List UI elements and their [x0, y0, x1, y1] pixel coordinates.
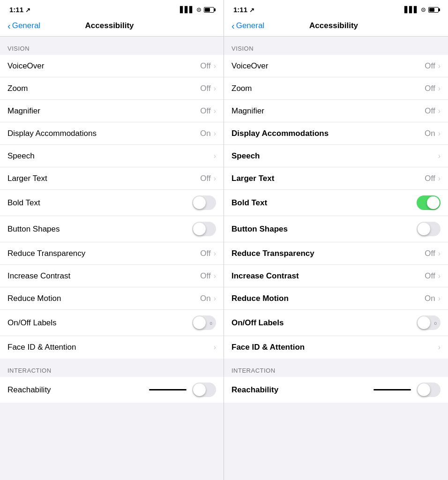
item-right: On›	[425, 294, 441, 303]
item-right	[192, 222, 216, 236]
item-right: Off›	[425, 84, 441, 93]
settings-item-display-accommodations[interactable]: Display AccommodationsOn›	[224, 122, 448, 145]
item-label: On/Off Labels	[7, 318, 192, 328]
chevron-left-icon: ‹	[231, 21, 235, 30]
settings-item-larger-text[interactable]: Larger TextOff›	[224, 167, 448, 190]
status-time: 1:11 ↗	[233, 6, 254, 14]
item-value: Off	[425, 61, 435, 71]
item-label: Reduce Motion	[231, 294, 425, 303]
item-label: Face ID & Attention	[7, 343, 213, 352]
chevron-right-icon: ›	[438, 62, 441, 70]
toggle-onoff-labels[interactable]: o	[417, 315, 441, 330]
toggle-switch[interactable]	[417, 222, 441, 236]
toggle-switch[interactable]	[417, 195, 441, 210]
settings-item-voiceover[interactable]: VoiceOverOff›	[224, 55, 448, 77]
nav-bar: ‹ General Accessibility	[0, 17, 224, 37]
chevron-right-icon: ›	[438, 152, 441, 160]
settings-item-face-id-&-attention[interactable]: Face ID & Attention›	[224, 336, 448, 359]
nav-back-label[interactable]: General	[12, 21, 40, 30]
status-icons: ▋▋▋ ⊜	[180, 6, 214, 13]
chevron-right-icon: ›	[214, 84, 216, 93]
settings-item-speech[interactable]: Speech›	[0, 145, 224, 167]
toggle-knob	[193, 383, 206, 396]
settings-item-increase-contrast[interactable]: Increase ContrastOff›	[224, 265, 448, 287]
toggle-switch[interactable]	[192, 222, 216, 236]
onoff-label-indicator: o	[434, 320, 437, 325]
reachability-toggle[interactable]	[417, 382, 441, 397]
battery-icon	[204, 7, 214, 13]
chevron-right-icon: ›	[438, 249, 441, 258]
item-label: Zoom	[7, 84, 200, 93]
item-value: On	[425, 294, 435, 303]
chevron-right-icon: ›	[438, 174, 441, 183]
wifi-icon: ⊜	[421, 6, 426, 13]
settings-item-zoom[interactable]: ZoomOff›	[0, 77, 224, 100]
interaction-list: Reachability	[224, 377, 448, 403]
chevron-right-icon: ›	[214, 174, 216, 183]
item-right: Off›	[200, 249, 216, 258]
settings-list: VoiceOverOff›ZoomOff›MagnifierOff›Displa…	[224, 55, 448, 359]
toggle-knob	[418, 223, 430, 235]
settings-item-on/off-labels[interactable]: On/Off Labelso	[224, 310, 448, 336]
reachability-item[interactable]: Reachability	[224, 377, 448, 403]
toggle-knob	[193, 223, 206, 235]
settings-item-speech[interactable]: Speech›	[224, 145, 448, 167]
settings-item-magnifier[interactable]: MagnifierOff›	[0, 100, 224, 122]
interaction-section-header: INTERACTION	[224, 359, 448, 377]
item-right	[192, 195, 216, 210]
item-value: Off	[200, 84, 210, 93]
item-right: Off›	[200, 174, 216, 183]
item-label: Reduce Transparency	[231, 249, 425, 258]
item-label: Increase Contrast	[231, 271, 425, 281]
settings-item-button-shapes[interactable]: Button Shapes	[224, 216, 448, 242]
item-right: Off›	[200, 61, 216, 71]
status-bar: 1:11 ↗ ▋▋▋ ⊜	[0, 0, 224, 17]
settings-item-reduce-transparency[interactable]: Reduce TransparencyOff›	[0, 242, 224, 265]
vision-section-header: VISION	[224, 37, 448, 55]
chevron-right-icon: ›	[438, 272, 441, 280]
reachability-label: Reachability	[231, 385, 373, 395]
interaction-section: INTERACTIONReachability	[0, 359, 224, 403]
reachability-toggle[interactable]	[192, 382, 216, 397]
panel-left: 1:11 ↗ ▋▋▋ ⊜ ‹ General Accessibility VIS…	[0, 0, 224, 480]
settings-item-reduce-transparency[interactable]: Reduce TransparencyOff›	[224, 242, 448, 265]
settings-item-on/off-labels[interactable]: On/Off Labelso	[0, 310, 224, 336]
nav-back-button[interactable]: ‹ General	[231, 21, 264, 30]
settings-item-increase-contrast[interactable]: Increase ContrastOff›	[0, 265, 224, 287]
toggle-onoff-labels[interactable]: o	[192, 315, 216, 330]
item-label: Display Accommodations	[7, 129, 200, 138]
item-right: ›	[437, 152, 441, 160]
settings-item-zoom[interactable]: ZoomOff›	[224, 77, 448, 100]
nav-back-button[interactable]: ‹ General	[7, 21, 40, 30]
settings-item-reduce-motion[interactable]: Reduce MotionOn›	[0, 287, 224, 310]
nav-title: Accessibility	[40, 21, 179, 30]
item-label: Zoom	[231, 84, 425, 93]
item-right	[417, 195, 441, 210]
settings-item-button-shapes[interactable]: Button Shapes	[0, 216, 224, 242]
panel-right: 1:11 ↗ ▋▋▋ ⊜ ‹ General Accessibility VIS…	[224, 0, 448, 480]
reachability-item[interactable]: Reachability	[0, 377, 224, 403]
nav-title: Accessibility	[264, 21, 403, 30]
toggle-switch[interactable]	[192, 195, 216, 210]
settings-item-voiceover[interactable]: VoiceOverOff›	[0, 55, 224, 77]
item-right: On›	[425, 129, 441, 138]
settings-item-face-id-&-attention[interactable]: Face ID & Attention›	[0, 336, 224, 359]
vision-section-header: VISION	[0, 37, 224, 55]
reachability-right	[373, 382, 441, 397]
item-right: o	[192, 315, 216, 330]
wifi-icon: ⊜	[196, 6, 202, 13]
chevron-right-icon: ›	[214, 129, 216, 138]
settings-item-reduce-motion[interactable]: Reduce MotionOn›	[224, 287, 448, 310]
chevron-right-icon: ›	[214, 152, 216, 160]
item-label: Face ID & Attention	[231, 343, 437, 352]
settings-item-larger-text[interactable]: Larger TextOff›	[0, 167, 224, 190]
settings-item-magnifier[interactable]: MagnifierOff›	[224, 100, 448, 122]
reachability-right	[149, 382, 216, 397]
settings-item-bold-text[interactable]: Bold Text	[224, 190, 448, 216]
chevron-right-icon: ›	[214, 107, 216, 115]
item-label: Larger Text	[231, 174, 425, 183]
settings-item-display-accommodations[interactable]: Display AccommodationsOn›	[0, 122, 224, 145]
item-label: VoiceOver	[7, 61, 200, 71]
settings-item-bold-text[interactable]: Bold Text	[0, 190, 224, 216]
nav-back-label[interactable]: General	[236, 21, 264, 30]
